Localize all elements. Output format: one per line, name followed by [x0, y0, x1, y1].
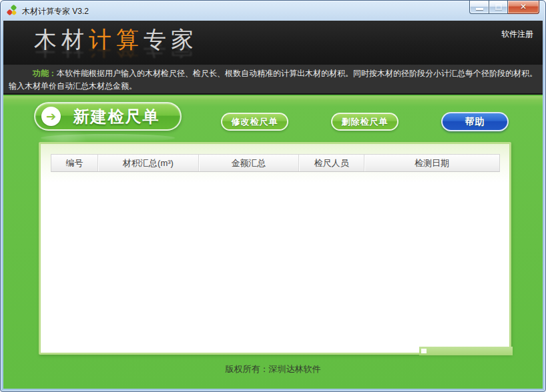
- close-button[interactable]: ✕: [508, 1, 539, 14]
- brand-reflection: 木材计算专家: [34, 45, 198, 62]
- function-line-2: 输入木材单价自动汇总木材总金额。: [9, 80, 537, 93]
- maximize-button[interactable]: [489, 1, 508, 14]
- maximize-icon: [495, 4, 502, 10]
- table-header-row: 编号 材积汇总(m³) 金额汇总 检尺人员 检测日期: [51, 154, 500, 172]
- column-header-inspector[interactable]: 检尺人员: [298, 155, 364, 171]
- column-header-amount-total[interactable]: 金额汇总: [198, 155, 298, 171]
- new-button-label: 新建检尺单: [61, 106, 180, 127]
- app-window: 木材计算专家 V3.2 ✕ 木材计算专家 木材计算专家 软件注册: [0, 0, 546, 392]
- caption-buttons: ✕: [469, 1, 539, 14]
- window-title: 木材计算专家 V3.2: [22, 6, 89, 17]
- function-description-bar: 功能：本软件能根据用户输入的木材检尺径、检尺长、根数自动精准的计算出木材的材积。…: [3, 65, 543, 95]
- arrow-circle: ➔: [41, 107, 61, 126]
- app-icon: [7, 5, 17, 16]
- close-icon: ✕: [508, 2, 539, 11]
- new-button-reflection: [41, 134, 175, 142]
- function-text-2: 输入木材单价自动汇总木材总金额。: [9, 81, 137, 91]
- inspection-sheet-table: 编号 材积汇总(m³) 金额汇总 检尺人员 检测日期: [51, 154, 500, 173]
- function-text-1: 本软件能根据用户输入的木材检尺径、检尺长、根数自动精准的计算出木材的材积。同时按…: [57, 69, 537, 78]
- copyright-text: 版权所有：深圳达林软件: [3, 363, 543, 375]
- arrow-right-icon: ➔: [46, 111, 56, 123]
- edit-inspection-sheet-button[interactable]: 修改检尺单: [221, 113, 288, 131]
- new-inspection-sheet-button[interactable]: ➔ 新建检尺单: [34, 102, 182, 131]
- minimize-button[interactable]: [469, 1, 489, 14]
- function-line-1: 功能：本软件能根据用户输入的木材检尺径、检尺长、根数自动精准的计算出木材的材积。…: [9, 67, 537, 80]
- app-icon-cube-yellow: [11, 10, 17, 15]
- brand-header: 木材计算专家 木材计算专家 软件注册: [3, 21, 543, 65]
- column-header-id[interactable]: 编号: [51, 155, 97, 171]
- column-header-date[interactable]: 检测日期: [364, 155, 499, 171]
- window-content: 木材计算专家 木材计算专家 软件注册 功能：本软件能根据用户输入的木材检尺径、检…: [3, 21, 543, 389]
- table-body-empty: [51, 172, 500, 173]
- help-button[interactable]: 帮助: [441, 112, 509, 131]
- scrollbar-thumb[interactable]: [421, 349, 427, 353]
- function-label: 功能：: [33, 69, 57, 78]
- titlebar[interactable]: 木材计算专家 V3.2 ✕: [1, 1, 545, 21]
- horizontal-scrollbar[interactable]: [419, 347, 513, 355]
- minimize-icon: [476, 8, 483, 10]
- delete-inspection-sheet-button[interactable]: 删除检尺单: [331, 113, 398, 131]
- software-register-link[interactable]: 软件注册: [501, 29, 533, 40]
- list-panel: 编号 材积汇总(m³) 金额汇总 检尺人员 检测日期: [39, 142, 511, 355]
- column-header-volume-total[interactable]: 材积汇总(m³): [97, 155, 198, 171]
